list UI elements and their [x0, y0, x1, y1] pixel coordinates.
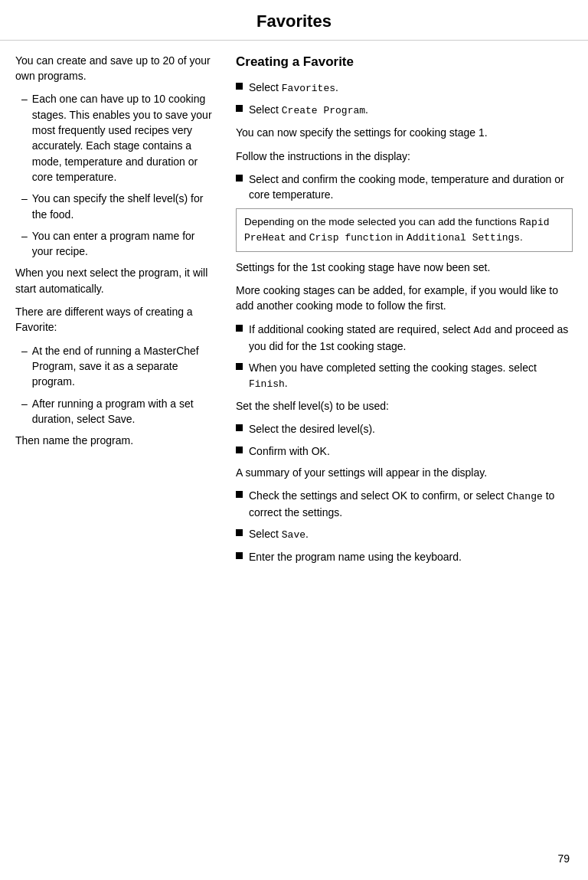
info-box-in: in	[393, 231, 407, 243]
then-name-text: Then name the program.	[15, 433, 214, 448]
bullet-confirm-ok: Confirm with OK.	[236, 443, 573, 459]
dash-text-5: After running a program with a set durat…	[32, 396, 214, 427]
check-settings-text: Check the settings and select OK to conf…	[249, 489, 507, 502]
dash-item-5: – After running a program with a set dur…	[15, 396, 214, 427]
dash-char-5: –	[21, 396, 28, 411]
intro-text: You can create and save up to 20 of your…	[15, 53, 214, 84]
set-shelf-text: Set the shelf level(s) to be used:	[236, 398, 573, 414]
select-label-2: Select	[249, 103, 282, 116]
bullet-square-icon-7	[236, 447, 243, 453]
bullet-text-name: Enter the program name using the keyboar…	[249, 549, 573, 564]
bullet-square-icon-4	[236, 325, 243, 332]
bullet-select-favorites: Select Favorites.	[236, 80, 573, 97]
section-heading: Creating a Favorite	[236, 53, 573, 72]
bullet-select-confirm: Select and confirm the cooking mode, tem…	[236, 172, 573, 203]
bullet-finish-item: When you have completed setting the cook…	[236, 360, 573, 392]
save-code: Save	[282, 529, 305, 541]
dash-text-1: Each one can have up to 10 cooking stage…	[32, 91, 214, 185]
dash-char: –	[21, 91, 28, 106]
bullet-select-create: Select Create Program.	[236, 102, 573, 119]
bullet-square-icon-5	[236, 363, 243, 370]
select-label-1: Select	[249, 81, 282, 93]
page-number: 79	[557, 851, 570, 866]
bullet-square-icon-9	[236, 529, 243, 536]
bullet-square-icon	[236, 83, 243, 90]
if-additional-text: If additional cooking stated are require…	[249, 323, 473, 335]
dash-item-2: – You can specify the shelf level(s) for…	[15, 191, 214, 222]
page-header: Favorites	[0, 0, 588, 41]
when-completed-text: When you have completed setting the cook…	[249, 361, 537, 374]
bullet-text-finish: When you have completed setting the cook…	[249, 360, 573, 392]
favorites-code: Favorites	[282, 83, 335, 94]
select-label-save: Select	[249, 528, 282, 540]
bullet-check-settings: Check the settings and select OK to conf…	[236, 488, 573, 520]
specify-text: You can now specify the settings for coo…	[236, 125, 573, 140]
left-column: You can create and save up to 20 of your…	[15, 53, 214, 571]
bullet-square-icon-10	[236, 552, 243, 559]
bullet-square-icon-6	[236, 424, 243, 431]
bullet-text-create: Select Create Program.	[249, 102, 573, 119]
create-program-code: Create Program	[282, 105, 365, 116]
bullet-text-favorites: Select Favorites.	[249, 80, 573, 97]
bullet-square-icon-3	[236, 175, 243, 182]
period-2: .	[365, 103, 368, 116]
save-period: .	[305, 528, 309, 540]
info-box: Depending on the mode selected you can a…	[236, 208, 573, 251]
period-1: .	[335, 81, 338, 93]
add-code: Add	[473, 325, 491, 336]
bullet-square-icon-2	[236, 105, 243, 112]
change-code: Change	[507, 491, 543, 502]
bullet-text-add: If additional cooking stated are require…	[249, 322, 573, 354]
finish-code: Finish	[249, 378, 285, 390]
dash-char-2: –	[21, 191, 28, 206]
dash-text-4: At the end of running a MasterChef Progr…	[32, 343, 214, 390]
dash-char-3: –	[21, 228, 28, 244]
bullet-text-check: Check the settings and select OK to conf…	[249, 488, 573, 520]
dash-text-2: You can specify the shelf level(s) for t…	[32, 191, 214, 222]
bullet-square-icon-8	[236, 491, 243, 498]
bullet-enter-name: Enter the program name using the keyboar…	[236, 549, 573, 564]
settings-set-text: Settings for the 1st cooking stage have …	[236, 260, 573, 275]
more-stages-text: More cooking stages can be added, for ex…	[236, 283, 573, 314]
finish-period: .	[285, 377, 288, 389]
info-box-text-before: Depending on the mode selected you can a…	[244, 216, 520, 227]
bullet-text-save: Select Save.	[249, 526, 573, 543]
bullet-text-confirm: Select and confirm the cooking mode, tem…	[249, 172, 573, 203]
bullet-select-level: Select the desired level(s).	[236, 421, 573, 437]
summary-text: A summary of your settings will appear i…	[236, 465, 573, 480]
additional-settings-code: Additional Settings	[407, 232, 520, 244]
dash-item-4: – At the end of running a MasterChef Pro…	[15, 343, 214, 390]
dash-item-1: – Each one can have up to 10 cooking sta…	[15, 91, 214, 185]
info-box-and: and	[286, 231, 309, 243]
page-container: Favorites You can create and save up to …	[0, 0, 588, 880]
dash-text-3: You can enter a program name for your re…	[32, 228, 214, 260]
bullet-text-level: Select the desired level(s).	[249, 421, 573, 437]
follow-text: Follow the instructions in the display:	[236, 149, 573, 164]
bullet-select-save: Select Save.	[236, 526, 573, 543]
bullet-add-item: If additional cooking stated are require…	[236, 322, 573, 354]
crisp-function-code: Crisp function	[309, 232, 393, 244]
bullet-text-ok: Confirm with OK.	[249, 443, 573, 459]
page-title: Favorites	[256, 11, 332, 31]
content-area: You can create and save up to 20 of your…	[0, 53, 588, 571]
when-next-text: When you next select the program, it wil…	[15, 265, 214, 296]
different-ways-text: There are different ways of creating a F…	[15, 304, 214, 335]
right-column: Creating a Favorite Select Favorites. Se…	[236, 53, 573, 571]
info-box-period: .	[520, 231, 523, 243]
dash-char-4: –	[21, 343, 28, 358]
dash-item-3: – You can enter a program name for your …	[15, 228, 214, 260]
